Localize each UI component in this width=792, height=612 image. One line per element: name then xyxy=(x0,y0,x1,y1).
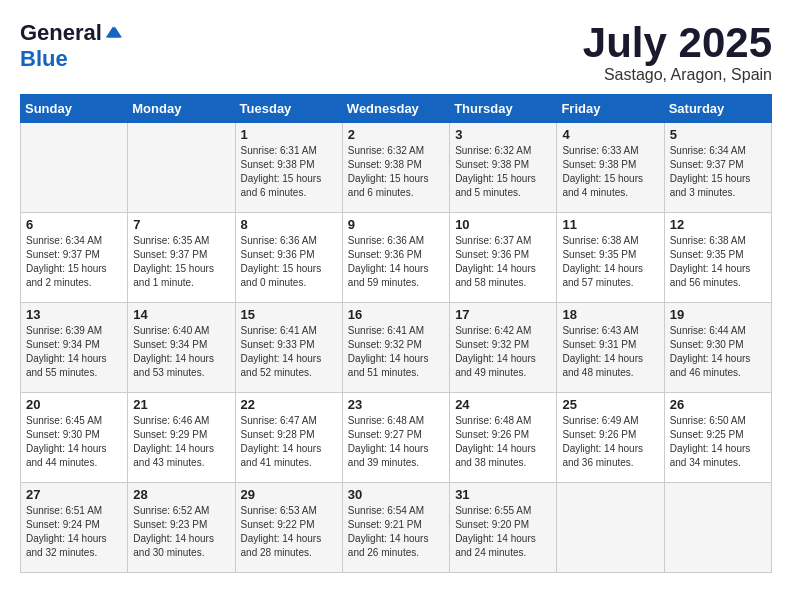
day-number: 1 xyxy=(241,127,337,142)
day-number: 2 xyxy=(348,127,444,142)
calendar-cell: 19Sunrise: 6:44 AM Sunset: 9:30 PM Dayli… xyxy=(664,303,771,393)
day-number: 10 xyxy=(455,217,551,232)
header-row: SundayMondayTuesdayWednesdayThursdayFrid… xyxy=(21,95,772,123)
day-info: Sunrise: 6:54 AM Sunset: 9:21 PM Dayligh… xyxy=(348,504,444,560)
day-number: 8 xyxy=(241,217,337,232)
day-info: Sunrise: 6:42 AM Sunset: 9:32 PM Dayligh… xyxy=(455,324,551,380)
calendar-week-row: 1Sunrise: 6:31 AM Sunset: 9:38 PM Daylig… xyxy=(21,123,772,213)
day-number: 6 xyxy=(26,217,122,232)
day-info: Sunrise: 6:43 AM Sunset: 9:31 PM Dayligh… xyxy=(562,324,658,380)
day-info: Sunrise: 6:41 AM Sunset: 9:32 PM Dayligh… xyxy=(348,324,444,380)
day-number: 23 xyxy=(348,397,444,412)
day-info: Sunrise: 6:31 AM Sunset: 9:38 PM Dayligh… xyxy=(241,144,337,200)
day-number: 25 xyxy=(562,397,658,412)
calendar-cell: 2Sunrise: 6:32 AM Sunset: 9:38 PM Daylig… xyxy=(342,123,449,213)
calendar-cell: 18Sunrise: 6:43 AM Sunset: 9:31 PM Dayli… xyxy=(557,303,664,393)
day-info: Sunrise: 6:36 AM Sunset: 9:36 PM Dayligh… xyxy=(241,234,337,290)
day-info: Sunrise: 6:50 AM Sunset: 9:25 PM Dayligh… xyxy=(670,414,766,470)
calendar-cell: 7Sunrise: 6:35 AM Sunset: 9:37 PM Daylig… xyxy=(128,213,235,303)
calendar-week-row: 13Sunrise: 6:39 AM Sunset: 9:34 PM Dayli… xyxy=(21,303,772,393)
day-number: 20 xyxy=(26,397,122,412)
day-info: Sunrise: 6:47 AM Sunset: 9:28 PM Dayligh… xyxy=(241,414,337,470)
day-info: Sunrise: 6:48 AM Sunset: 9:27 PM Dayligh… xyxy=(348,414,444,470)
calendar-cell: 12Sunrise: 6:38 AM Sunset: 9:35 PM Dayli… xyxy=(664,213,771,303)
day-info: Sunrise: 6:46 AM Sunset: 9:29 PM Dayligh… xyxy=(133,414,229,470)
calendar-cell: 14Sunrise: 6:40 AM Sunset: 9:34 PM Dayli… xyxy=(128,303,235,393)
day-number: 19 xyxy=(670,307,766,322)
day-number: 16 xyxy=(348,307,444,322)
header-cell-friday: Friday xyxy=(557,95,664,123)
header-cell-wednesday: Wednesday xyxy=(342,95,449,123)
calendar-cell xyxy=(128,123,235,213)
day-info: Sunrise: 6:37 AM Sunset: 9:36 PM Dayligh… xyxy=(455,234,551,290)
day-number: 13 xyxy=(26,307,122,322)
header-cell-monday: Monday xyxy=(128,95,235,123)
day-info: Sunrise: 6:32 AM Sunset: 9:38 PM Dayligh… xyxy=(455,144,551,200)
calendar-cell xyxy=(664,483,771,573)
day-number: 22 xyxy=(241,397,337,412)
day-number: 15 xyxy=(241,307,337,322)
calendar-cell: 15Sunrise: 6:41 AM Sunset: 9:33 PM Dayli… xyxy=(235,303,342,393)
calendar-cell xyxy=(21,123,128,213)
title-block: July 2025 Sastago, Aragon, Spain xyxy=(583,20,772,84)
day-number: 5 xyxy=(670,127,766,142)
day-info: Sunrise: 6:48 AM Sunset: 9:26 PM Dayligh… xyxy=(455,414,551,470)
calendar-cell: 1Sunrise: 6:31 AM Sunset: 9:38 PM Daylig… xyxy=(235,123,342,213)
header-cell-thursday: Thursday xyxy=(450,95,557,123)
calendar-week-row: 20Sunrise: 6:45 AM Sunset: 9:30 PM Dayli… xyxy=(21,393,772,483)
day-info: Sunrise: 6:38 AM Sunset: 9:35 PM Dayligh… xyxy=(670,234,766,290)
calendar-cell: 30Sunrise: 6:54 AM Sunset: 9:21 PM Dayli… xyxy=(342,483,449,573)
day-info: Sunrise: 6:44 AM Sunset: 9:30 PM Dayligh… xyxy=(670,324,766,380)
day-info: Sunrise: 6:55 AM Sunset: 9:20 PM Dayligh… xyxy=(455,504,551,560)
day-info: Sunrise: 6:40 AM Sunset: 9:34 PM Dayligh… xyxy=(133,324,229,380)
day-number: 27 xyxy=(26,487,122,502)
day-info: Sunrise: 6:34 AM Sunset: 9:37 PM Dayligh… xyxy=(670,144,766,200)
day-number: 29 xyxy=(241,487,337,502)
logo-blue-text: Blue xyxy=(20,46,68,71)
day-info: Sunrise: 6:53 AM Sunset: 9:22 PM Dayligh… xyxy=(241,504,337,560)
calendar-cell: 16Sunrise: 6:41 AM Sunset: 9:32 PM Dayli… xyxy=(342,303,449,393)
calendar-week-row: 6Sunrise: 6:34 AM Sunset: 9:37 PM Daylig… xyxy=(21,213,772,303)
day-number: 4 xyxy=(562,127,658,142)
day-number: 7 xyxy=(133,217,229,232)
month-title: July 2025 xyxy=(583,20,772,66)
calendar-cell: 6Sunrise: 6:34 AM Sunset: 9:37 PM Daylig… xyxy=(21,213,128,303)
calendar-cell: 22Sunrise: 6:47 AM Sunset: 9:28 PM Dayli… xyxy=(235,393,342,483)
day-info: Sunrise: 6:49 AM Sunset: 9:26 PM Dayligh… xyxy=(562,414,658,470)
calendar-week-row: 27Sunrise: 6:51 AM Sunset: 9:24 PM Dayli… xyxy=(21,483,772,573)
calendar-cell: 17Sunrise: 6:42 AM Sunset: 9:32 PM Dayli… xyxy=(450,303,557,393)
calendar-cell: 24Sunrise: 6:48 AM Sunset: 9:26 PM Dayli… xyxy=(450,393,557,483)
calendar-cell: 4Sunrise: 6:33 AM Sunset: 9:38 PM Daylig… xyxy=(557,123,664,213)
day-number: 14 xyxy=(133,307,229,322)
calendar-cell: 28Sunrise: 6:52 AM Sunset: 9:23 PM Dayli… xyxy=(128,483,235,573)
day-number: 3 xyxy=(455,127,551,142)
calendar-cell: 8Sunrise: 6:36 AM Sunset: 9:36 PM Daylig… xyxy=(235,213,342,303)
calendar-cell: 20Sunrise: 6:45 AM Sunset: 9:30 PM Dayli… xyxy=(21,393,128,483)
day-info: Sunrise: 6:51 AM Sunset: 9:24 PM Dayligh… xyxy=(26,504,122,560)
logo: General Blue xyxy=(20,20,122,72)
day-number: 21 xyxy=(133,397,229,412)
calendar-cell: 26Sunrise: 6:50 AM Sunset: 9:25 PM Dayli… xyxy=(664,393,771,483)
calendar-cell: 23Sunrise: 6:48 AM Sunset: 9:27 PM Dayli… xyxy=(342,393,449,483)
calendar-cell: 29Sunrise: 6:53 AM Sunset: 9:22 PM Dayli… xyxy=(235,483,342,573)
day-number: 24 xyxy=(455,397,551,412)
day-number: 28 xyxy=(133,487,229,502)
day-info: Sunrise: 6:41 AM Sunset: 9:33 PM Dayligh… xyxy=(241,324,337,380)
day-info: Sunrise: 6:45 AM Sunset: 9:30 PM Dayligh… xyxy=(26,414,122,470)
location-text: Sastago, Aragon, Spain xyxy=(583,66,772,84)
calendar-cell: 27Sunrise: 6:51 AM Sunset: 9:24 PM Dayli… xyxy=(21,483,128,573)
day-info: Sunrise: 6:36 AM Sunset: 9:36 PM Dayligh… xyxy=(348,234,444,290)
day-info: Sunrise: 6:52 AM Sunset: 9:23 PM Dayligh… xyxy=(133,504,229,560)
calendar-cell: 13Sunrise: 6:39 AM Sunset: 9:34 PM Dayli… xyxy=(21,303,128,393)
day-number: 17 xyxy=(455,307,551,322)
day-info: Sunrise: 6:38 AM Sunset: 9:35 PM Dayligh… xyxy=(562,234,658,290)
calendar-cell: 21Sunrise: 6:46 AM Sunset: 9:29 PM Dayli… xyxy=(128,393,235,483)
calendar-cell xyxy=(557,483,664,573)
logo-general-text: General xyxy=(20,20,102,46)
day-info: Sunrise: 6:34 AM Sunset: 9:37 PM Dayligh… xyxy=(26,234,122,290)
calendar-cell: 5Sunrise: 6:34 AM Sunset: 9:37 PM Daylig… xyxy=(664,123,771,213)
calendar-cell: 31Sunrise: 6:55 AM Sunset: 9:20 PM Dayli… xyxy=(450,483,557,573)
calendar-cell: 9Sunrise: 6:36 AM Sunset: 9:36 PM Daylig… xyxy=(342,213,449,303)
header-cell-saturday: Saturday xyxy=(664,95,771,123)
day-info: Sunrise: 6:33 AM Sunset: 9:38 PM Dayligh… xyxy=(562,144,658,200)
